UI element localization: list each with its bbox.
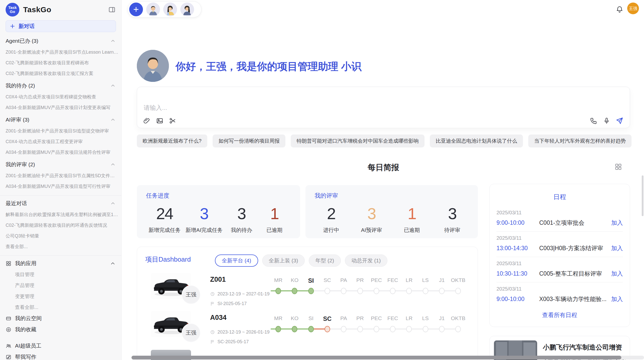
clock-icon: [210, 330, 215, 335]
project-row[interactable]: 王强 Z001 2023-12-19 ~ 2027-01-19 SI-2025-…: [137, 271, 478, 309]
chevron-up-icon[interactable]: [110, 162, 116, 167]
my-app-item[interactable]: 变更管理: [0, 291, 121, 302]
event-time: 9:00-10:00: [496, 296, 539, 303]
notification-bell-icon[interactable]: [616, 5, 623, 13]
stat-card: 我的评审 2 进行中 3 AI预评审 1 已逾期 3 待评审: [305, 185, 478, 238]
apps-view-all[interactable]: 查看全部...: [0, 302, 121, 313]
image-icon[interactable]: [156, 117, 164, 125]
my-app-item[interactable]: 项目管理: [0, 269, 121, 280]
stat: 24 新增完成任务: [149, 205, 181, 234]
join-link[interactable]: 加入: [611, 295, 623, 303]
add-session-button[interactable]: [129, 3, 143, 16]
chevron-up-icon[interactable]: [110, 117, 116, 123]
mic-icon[interactable]: [603, 117, 610, 125]
stat-value: 3: [228, 205, 256, 222]
topbar-session-pill: [128, 1, 201, 18]
stat-label: 待评审: [438, 227, 466, 234]
stat-label: 已逾期: [260, 227, 288, 234]
suggestion-chip[interactable]: 如何写一份清晰的项目周报: [213, 134, 285, 147]
milestone-label: PR: [352, 315, 368, 321]
sidebar-conversation-item[interactable]: C02-飞腾新能源轻客改款项目立项汇报方案: [0, 68, 121, 79]
layout-grid-icon[interactable]: [614, 163, 622, 171]
stat-card-title: 任务进度: [146, 192, 291, 200]
milestone-dot: [275, 326, 281, 332]
my-app-item[interactable]: 产品管理: [0, 280, 121, 291]
chevron-up-icon[interactable]: [110, 261, 116, 266]
view-all-schedule-link[interactable]: 查看所有日程: [496, 311, 623, 319]
new-chat-button[interactable]: 新对话: [6, 20, 116, 32]
avatar[interactable]: [163, 3, 177, 16]
event-title: X003-车辆动力学性能验...: [539, 295, 611, 303]
scissors-icon[interactable]: [169, 117, 177, 125]
milestone-label: PR: [352, 277, 368, 283]
sidebar-conversation-item[interactable]: Z001-全新燃油轻卡产品开发项目SI节点属性5D文件评审: [0, 170, 121, 181]
sidebar-conversation-item[interactable]: A034-全新新能源MUV产品开发项目计划变更表编写: [0, 102, 121, 113]
suggestion-chip[interactable]: 欧洲新规最近颁布了什么?: [137, 134, 207, 147]
sidebar-section-header[interactable]: 最近对话: [0, 198, 121, 209]
join-link[interactable]: 加入: [611, 270, 623, 278]
stat: 1 已逾期: [398, 205, 426, 234]
cloud-space-label: 我的云空间: [15, 315, 42, 322]
suggestion-chip[interactable]: 比亚迪全固态电池计划具体说了什么: [430, 134, 523, 147]
milestone-label: SC: [319, 277, 335, 283]
sidebar-item-ai-super-staff[interactable]: AI超级员工: [0, 340, 121, 351]
sidebar-section-header[interactable]: 我的评审 (2): [0, 159, 121, 170]
dashboard-tab[interactable]: 年型 (2): [309, 254, 341, 267]
sidebar-item-favorites[interactable]: 我的收藏: [0, 324, 121, 335]
section-title: 最近对话: [6, 200, 27, 207]
milestone-dot: [406, 326, 412, 332]
sidebar-recent-item[interactable]: 解释最新出台的欧盟报废车法规再生塑料比例被调至15%...: [0, 209, 121, 220]
avatar[interactable]: [146, 3, 160, 16]
sidebar: Task Go TaskGo 新对话 Agent已办 (3) Z001-全新燃油…: [0, 0, 122, 360]
dashboard-tab[interactable]: 全新平台 (4): [215, 254, 258, 267]
milestone-label: MR: [270, 315, 286, 321]
sidebar-item-my-apps[interactable]: 我的应用: [0, 258, 121, 269]
sidebar-section-header[interactable]: AI评审 (3): [0, 114, 121, 126]
dashboard-tab[interactable]: 全新上装 (3): [262, 254, 305, 267]
sidebar-conversation-item[interactable]: C0X4-动力总成开发项目SI里程碑提交物检查: [0, 92, 121, 102]
event-time: 13:00-14:30: [496, 245, 539, 252]
sidebar-conversation-item[interactable]: C02-飞腾新能源轻客改款项目里程碑画布: [0, 57, 121, 68]
milestone-label: FEC: [385, 277, 401, 283]
sidebar-section-header[interactable]: Agent已办 (3): [0, 35, 121, 47]
recent-view-all[interactable]: 查看全部...: [0, 241, 121, 252]
collapse-sidebar-icon[interactable]: [108, 6, 116, 13]
sidebar-item-help-write[interactable]: 帮我写作: [0, 351, 121, 360]
sidebar-footer: AI超级员工 帮我写作 创意制图: [0, 340, 121, 360]
chevron-up-icon[interactable]: [110, 201, 116, 206]
phone-icon[interactable]: [590, 117, 597, 125]
sidebar-item-cloud-space[interactable]: 我的云空间: [0, 313, 121, 324]
sidebar-conversation-item[interactable]: A034-全新新能源MUV产品开发项目造型可行性评审: [0, 181, 121, 192]
sidebar-recent-item[interactable]: 公司Q3轻卡销量: [0, 231, 121, 241]
avatar[interactable]: [180, 3, 194, 16]
chevron-up-icon[interactable]: [110, 83, 116, 88]
event-date: 2025/03/11: [496, 286, 623, 292]
sidebar-conversation-item[interactable]: C0X4-动力总成开发项目工程变更评审: [0, 136, 121, 147]
dashboard-tab[interactable]: 动总开发 (1): [345, 254, 388, 267]
suggestion-chip[interactable]: 特朗普可能对进口汽车增税会对中国车企造成哪些影响: [291, 134, 425, 147]
app-logo: Task Go: [6, 3, 19, 17]
sidebar-apps: 我的应用 项目管理产品管理变更管理 查看全部... 我的云空间 我的收藏: [0, 258, 121, 335]
sidebar-conversation-item[interactable]: Z001-全新燃油皮卡产品开发项目SI节点Lesson Learn报告: [0, 47, 121, 57]
attachment-icon[interactable]: [143, 117, 151, 125]
vertical-scrollbar-thumb[interactable]: [642, 175, 643, 216]
sidebar-recent-item[interactable]: C02-飞腾新能源轻客改款项目的闭环通告反馈情况: [0, 220, 121, 231]
chat-composer[interactable]: 请输入...: [137, 87, 630, 128]
join-link[interactable]: 加入: [611, 244, 623, 252]
sidebar-conversation-item[interactable]: Z001-全新燃油轻卡产品开发项目SI造型提交物评审: [0, 126, 121, 136]
join-link[interactable]: 加入: [611, 219, 623, 227]
user-avatar-badge[interactable]: 王强: [627, 3, 639, 14]
sidebar-conversation-item[interactable]: A034-全新新能源MUV产品开发项目法规符合性评审: [0, 147, 121, 158]
sidebar-section-header[interactable]: 我的待办 (2): [0, 80, 121, 92]
schedule-item: 2025/03/11 9:00-10:00 X003-车辆动力学性能验... 加…: [496, 282, 623, 308]
project-row[interactable]: 王强 A034 2023-12-19 ~ 2026-01-19 SC-2025-…: [137, 309, 478, 347]
stat: 3 我的待办: [228, 205, 256, 234]
horizontal-scrollbar-thumb[interactable]: [131, 356, 621, 359]
chevron-up-icon[interactable]: [110, 38, 116, 44]
milestone-label: PA: [335, 315, 352, 321]
milestone-label: KO: [286, 277, 303, 283]
suggestion-chip[interactable]: 当下年轻人对汽车外观有怎样的喜好趋势: [528, 134, 632, 147]
send-icon[interactable]: [616, 117, 623, 125]
project-owner-badge: 王强: [182, 323, 200, 342]
daily-briefing-title: 每日简报: [137, 162, 630, 173]
